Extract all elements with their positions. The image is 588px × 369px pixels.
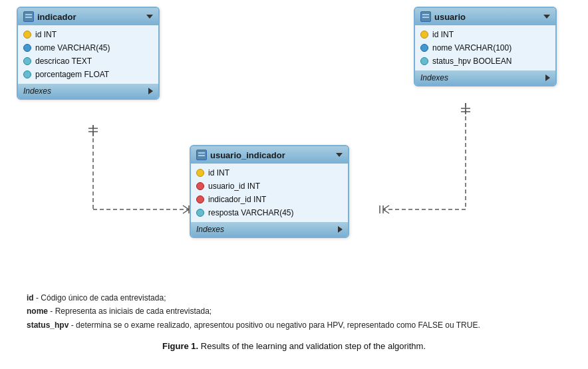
indexes-label: Indexes [420,73,448,82]
table-row: indicador_id INT [191,193,348,206]
table-indicador-body: id INT nome VARCHAR(45) descricao TEXT p… [18,25,158,84]
caption-field-nome: nome [27,307,48,316]
caption-line-1: id - Código único de cada entrevistada; [27,293,166,303]
caption-desc-id: - Código único de cada entrevistada; [36,293,166,303]
field-text: resposta VARCHAR(45) [208,208,293,217]
field-text: descricao TEXT [35,57,92,66]
cyan-icon [420,57,428,65]
cyan-icon [196,209,204,217]
blue-icon [23,44,31,52]
table-row: descricao TEXT [18,55,158,68]
dropdown-arrow-usuario[interactable] [543,15,550,19]
indexes-label: Indexes [196,225,224,234]
table-usuario-body: id INT nome VARCHAR(100) status_hpv BOOL… [415,25,555,70]
table-usuario-footer: Indexes [415,70,555,85]
field-text: id INT [35,30,57,39]
svg-line-17 [383,209,389,213]
figure-text: Results of the learning and validation s… [201,341,426,351]
field-text: nome VARCHAR(100) [432,43,512,53]
field-text: nome VARCHAR(45) [35,43,110,53]
figure-caption: Figure 1. Results of the learning and va… [27,341,561,351]
table-usuario-indicador-header: usuario_indicador [191,146,348,164]
table-row: nome VARCHAR(100) [415,41,555,55]
table-icon-indicador [23,11,34,22]
field-text: indicador_id INT [208,195,266,204]
table-usuario: usuario id INT nome VARCHAR(100) status_… [414,7,557,86]
table-row: usuario_id INT [191,180,348,193]
cyan-icon [23,57,31,65]
dropdown-arrow-indicador[interactable] [146,15,153,19]
dropdown-arrow-ui[interactable] [336,153,343,157]
diagram-area: indicador id INT nome VARCHAR(45) descri… [0,0,588,286]
table-row: id INT [415,28,555,41]
table-ui-name: usuario_indicador [210,150,285,160]
footer-arrow [545,74,550,81]
table-indicador-footer: Indexes [18,84,158,98]
field-text: id INT [208,168,229,178]
caption-area: id - Código único de cada entrevistada; … [0,286,588,351]
table-indicador: indicador id INT nome VARCHAR(45) descri… [17,7,160,100]
table-icon-usuario [420,11,431,22]
footer-arrow [148,88,153,94]
table-row: status_hpv BOOLEAN [415,55,555,68]
figure-label: Figure 1. [162,341,198,351]
table-indicador-name: indicador [37,12,76,22]
footer-arrow [338,226,343,233]
caption-text: id - Código único de cada entrevistada; … [27,291,561,332]
svg-line-9 [183,205,189,209]
table-ui-footer: Indexes [191,222,348,237]
caption-desc-nome: - Representa as iniciais de cada entrevi… [50,307,212,316]
table-icon-ui [196,150,207,160]
svg-line-16 [383,205,389,209]
field-text: porcentagem FLOAT [35,70,109,79]
fk-icon [196,195,204,203]
table-usuario-indicador: usuario_indicador id INT usuario_id INT … [190,145,349,238]
caption-desc-status: - determina se o exame realizado, aprese… [71,320,480,330]
blue-icon [420,44,428,52]
field-text: status_hpv BOOLEAN [432,57,512,66]
svg-line-10 [183,209,189,213]
table-ui-body: id INT usuario_id INT indicador_id INT r… [191,164,348,222]
table-usuario-name: usuario [434,12,466,22]
indexes-label: Indexes [23,86,51,96]
key-icon [420,31,428,39]
caption-field-status: status_hpv [27,320,69,330]
table-indicador-header: indicador [18,8,158,25]
key-icon [196,169,204,177]
table-usuario-header: usuario [415,8,555,25]
table-row: nome VARCHAR(45) [18,41,158,55]
caption-line-2: nome - Representa as iniciais de cada en… [27,307,212,316]
fk-icon [196,182,204,190]
cyan-icon [23,70,31,78]
table-row: resposta VARCHAR(45) [191,206,348,219]
caption-line-3: status_hpv - determina se o exame realiz… [27,320,480,330]
key-icon [23,31,31,39]
field-text: usuario_id INT [208,182,260,191]
table-row: porcentagem FLOAT [18,68,158,81]
field-text: id INT [432,30,454,39]
table-row: id INT [18,28,158,41]
table-row: id INT [191,166,348,180]
caption-field-id: id [27,293,34,303]
